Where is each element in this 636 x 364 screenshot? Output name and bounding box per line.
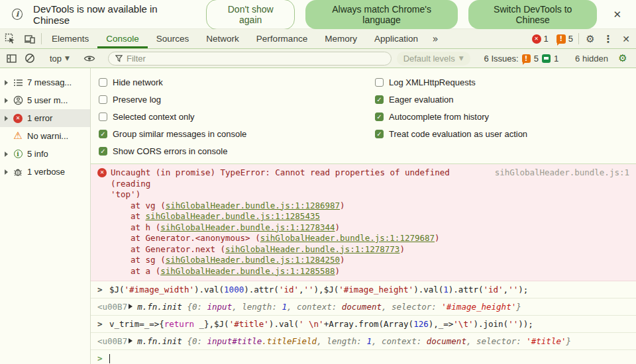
checkbox-box[interactable] [99, 95, 107, 104]
stack-frame: at h (sihGlobalHeader.bundle.js:1:127834… [111, 222, 629, 234]
divider [41, 33, 42, 44]
checkbox-box[interactable] [99, 78, 107, 87]
dont-show-again-button[interactable]: Don't show again [206, 0, 295, 30]
sidebar-item-user-messages[interactable]: 5 user m... [0, 91, 90, 109]
device-toolbar-icon[interactable] [20, 29, 40, 48]
console-result-preview[interactable]: m.fn.init {0: input, length: 1, context:… [137, 301, 521, 312]
tab-console[interactable]: Console [97, 29, 148, 48]
console-prompt[interactable] [91, 350, 636, 364]
issues-counter[interactable]: 6 Issues: ! 5 1 [479, 54, 564, 64]
stack-frame: at a (sihGlobalHeader.bundle.js:1:128558… [111, 266, 629, 277]
expand-arrow-icon[interactable] [5, 98, 8, 103]
console-input-entry: v_trim=_=>{return _},$J('#title').val(' … [91, 316, 636, 333]
improvement-issue-icon [542, 54, 551, 63]
stack-link[interactable]: sihGlobalHeader.bundle.js:1:1285435 [146, 211, 320, 221]
stack-frame: at Generator.<anonymous> (sihGlobalHeade… [111, 233, 629, 244]
console-code: v_trim=_=>{return _},$J('#title').val(' … [109, 318, 533, 330]
error-message-text: Uncaught (in promise) TypeError: Cannot … [111, 167, 487, 201]
user-icon [13, 95, 23, 106]
checkbox-log-xhr[interactable]: Log XMLHttpRequests [375, 73, 527, 91]
checkbox-hide-network[interactable]: Hide network [99, 73, 375, 91]
filter-input[interactable] [127, 54, 384, 64]
inspect-element-icon[interactable] [0, 29, 20, 48]
sidebar-item-warnings[interactable]: ⚠ No warni... [0, 127, 90, 145]
filter-field[interactable] [108, 52, 392, 66]
error-count-badge[interactable]: ✕ 1 [528, 29, 553, 48]
expand-arrow-icon[interactable] [5, 152, 8, 157]
checkbox-show-cors-errors[interactable]: Show CORS errors in console [99, 142, 375, 159]
stack-link[interactable]: sihGlobalHeader.bundle.js:1:1284250 [166, 255, 340, 265]
console-code: $J('#image_width').val(1000).attr('id','… [109, 284, 528, 295]
more-tabs-icon[interactable]: » [427, 29, 444, 48]
error-icon: ✕ [532, 34, 541, 44]
console-error-message: ✕ Uncaught (in promise) TypeError: Canno… [91, 164, 636, 281]
checkbox-box[interactable] [375, 130, 384, 138]
hidden-messages-label[interactable]: 6 hidden [570, 54, 613, 64]
checkbox-treat-eval-user-action[interactable]: Treat code evaluation as user action [375, 125, 527, 142]
console-sidebar: 7 messag... 5 user m... ✕ 1 error ⚠ No w… [0, 68, 91, 364]
tab-network[interactable]: Network [197, 29, 248, 48]
checkbox-eager-evaluation[interactable]: Eager evaluation [375, 91, 527, 108]
input-chevron-icon [97, 318, 109, 330]
match-language-button[interactable]: Always match Chrome's language [305, 0, 458, 29]
expand-arrow-icon[interactable] [5, 80, 8, 85]
checkbox-box[interactable] [375, 78, 384, 87]
bug-icon [13, 167, 23, 177]
expand-arrow-icon[interactable] [129, 304, 132, 309]
tab-performance[interactable]: Performance [248, 29, 316, 48]
prompt-chevron-icon [97, 353, 109, 364]
console-settings-panel: Hide network Preserve log Selected conte… [91, 68, 636, 164]
console-result-preview[interactable]: m.fn.init {0: input#title.titleField, le… [137, 336, 571, 347]
checkbox-selected-context-only[interactable]: Selected context only [99, 108, 375, 125]
stack-link[interactable]: sihGlobalHeader.bundle.js:1:1278344 [160, 222, 335, 232]
sidebar-item-verbose[interactable]: 1 verbose [0, 163, 90, 181]
devtools-window: i DevTools is now available in Chinese D… [0, 0, 636, 364]
checkbox-box[interactable] [99, 147, 107, 156]
expand-arrow-icon[interactable] [5, 116, 8, 121]
page-error-issue-icon: ! [522, 54, 531, 63]
live-expression-eye-icon[interactable] [81, 51, 98, 66]
context-selector-dropdown[interactable]: top ▼ [44, 54, 75, 64]
sidebar-item-errors[interactable]: ✕ 1 error [0, 109, 90, 127]
checkbox-box[interactable] [375, 113, 384, 121]
stack-link[interactable]: sihGlobalHeader.bundle.js:1:1279687 [260, 233, 435, 243]
sidebar-item-all-messages[interactable]: 7 messag... [0, 73, 90, 91]
settings-gear-icon[interactable]: ⚙ [580, 29, 600, 48]
stack-link[interactable]: sihGlobalHeader.bundle.js:1:1285588 [160, 266, 335, 276]
input-chevron-icon [97, 284, 109, 295]
log-levels-dropdown[interactable]: Default levels ▼ [397, 52, 470, 66]
close-devtools-icon[interactable]: ✕ [616, 29, 636, 48]
checkbox-box[interactable] [99, 130, 107, 138]
clear-console-icon[interactable] [21, 51, 38, 66]
tab-sources[interactable]: Sources [148, 29, 198, 48]
stack-link[interactable]: sihGlobalHeader.bundle.js:1:1278773 [225, 244, 399, 254]
issue-icon: ! [556, 34, 566, 44]
warning-icon: ⚠ [13, 131, 23, 142]
tab-application[interactable]: Application [366, 29, 427, 48]
sidebar-item-info[interactable]: i 5 info [0, 145, 90, 163]
console-sidebar-toggle-icon[interactable] [3, 51, 20, 66]
switch-devtools-button[interactable]: Switch DevTools to Chinese [468, 0, 597, 29]
console-settings-gear-icon[interactable]: ⚙ [615, 52, 631, 64]
tab-elements[interactable]: Elements [43, 29, 97, 48]
tab-memory[interactable]: Memory [316, 29, 366, 48]
checkbox-group-similar[interactable]: Group similar messages in console [99, 125, 375, 142]
stack-link[interactable]: sihGlobalHeader.bundle.js:1:1286987 [166, 201, 340, 210]
checkbox-autocomplete-history[interactable]: Autocomplete from history [375, 108, 527, 125]
language-banner: i DevTools is now available in Chinese D… [0, 0, 636, 29]
error-source-link[interactable]: sihGlobalHeader.bundle.js:1 [495, 167, 629, 201]
expand-arrow-icon[interactable] [129, 338, 132, 343]
checkbox-box[interactable] [375, 95, 384, 104]
checkbox-box[interactable] [99, 113, 107, 121]
console-content: Hide network Preserve log Selected conte… [91, 68, 636, 364]
stack-frame: at sg (sihGlobalHeader.bundle.js:1:12842… [111, 255, 629, 266]
console-input-entry: $J('#image_width').val(1000).attr('id','… [91, 281, 636, 298]
banner-close-icon[interactable]: ✕ [608, 6, 627, 23]
banner-message: DevTools is now available in Chinese [33, 3, 186, 26]
stack-frame: at vg (sihGlobalHeader.bundle.js:1:12869… [111, 201, 629, 212]
console-toolbar: top ▼ Default levels ▼ 6 Issues: ! 5 1 6… [0, 49, 636, 68]
checkbox-preserve-log[interactable]: Preserve log [99, 91, 375, 108]
warning-count-badge[interactable]: ! 5 [553, 29, 577, 48]
expand-arrow-icon[interactable] [5, 169, 8, 175]
kebab-menu-icon[interactable]: ⋮ [600, 29, 616, 48]
